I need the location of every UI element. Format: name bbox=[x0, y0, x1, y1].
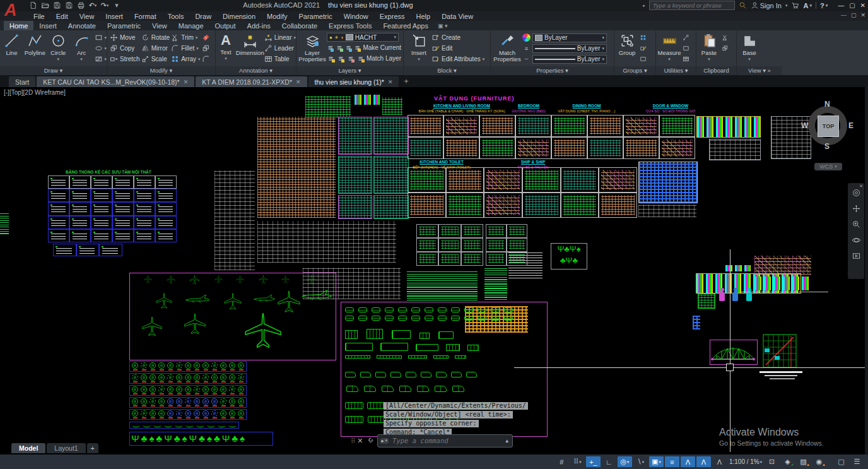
menu-file[interactable]: File bbox=[28, 13, 50, 20]
tool-move[interactable]: Move bbox=[110, 33, 140, 42]
clean-screen-icon[interactable]: ▢ bbox=[834, 456, 848, 467]
showmotion-icon[interactable] bbox=[852, 251, 861, 261]
lineweight-dropdown[interactable]: ByLayer▾ bbox=[532, 44, 607, 53]
menu-window[interactable]: Window bbox=[338, 13, 374, 20]
search-icon[interactable] bbox=[739, 1, 747, 9]
annotation-scale-value[interactable]: 1:100 / 1%▾ bbox=[728, 456, 763, 467]
block-create-button[interactable]: Create bbox=[431, 33, 484, 42]
pan-icon[interactable] bbox=[852, 204, 861, 213]
match-properties-button[interactable]: Match Properties bbox=[492, 30, 522, 62]
lineweight-icon[interactable]: ≡ bbox=[665, 456, 679, 467]
menu-format[interactable]: Format bbox=[129, 13, 162, 20]
tab-manage[interactable]: Manage bbox=[173, 21, 209, 30]
block-edit-button[interactable]: Edit bbox=[431, 44, 484, 53]
viewport-controls[interactable]: [-][Top][2D Wireframe] bbox=[4, 89, 66, 96]
tab-home[interactable]: Home bbox=[4, 21, 33, 30]
wcs-dropdown[interactable]: WCS▾ bbox=[814, 163, 842, 170]
menu-modify[interactable]: Modify bbox=[261, 13, 293, 20]
object-snap-icon[interactable]: ▣▾ bbox=[649, 456, 664, 467]
minimize-button[interactable]: — bbox=[838, 2, 844, 9]
tool-ellipse[interactable]: ▾ bbox=[95, 44, 107, 53]
group-select-button[interactable] bbox=[640, 54, 647, 64]
menu-parametric[interactable]: Parametric bbox=[293, 13, 337, 20]
tab-annotate[interactable]: Annotate bbox=[62, 21, 102, 30]
tool-dimension[interactable]: Dimension bbox=[236, 30, 264, 56]
tab-close-icon[interactable]: ✕ bbox=[388, 79, 393, 85]
measure-button[interactable]: Measure▾ bbox=[656, 30, 683, 62]
match-layer-button[interactable]: ≣ ≣ ≣ ≣ Match Layer bbox=[327, 54, 401, 63]
ungroup-button[interactable] bbox=[640, 33, 647, 42]
panel-label-clipboard[interactable]: Clipboard bbox=[696, 66, 736, 75]
doc-minimize-button[interactable]: — bbox=[841, 12, 847, 18]
menu-edit[interactable]: Edit bbox=[50, 13, 74, 20]
menu-help[interactable]: Help bbox=[411, 13, 437, 20]
dropdown-caret-icon[interactable]: ▾ bbox=[627, 460, 629, 465]
tab-close-icon[interactable]: ✕ bbox=[184, 79, 189, 85]
panel-label-view[interactable]: View ▾ » bbox=[737, 66, 782, 75]
annotation-visibility-icon[interactable]: Λ bbox=[681, 456, 695, 467]
orbit-icon[interactable] bbox=[852, 235, 861, 245]
group-button[interactable]: Group bbox=[614, 30, 640, 56]
panel-label-block[interactable]: Block ▾ bbox=[404, 66, 490, 75]
new-tab-button[interactable]: + bbox=[404, 77, 408, 87]
menu-dimension[interactable]: Dimension bbox=[217, 13, 261, 20]
menu-insert[interactable]: Insert bbox=[100, 13, 129, 20]
layer-isolate-icon[interactable]: ≣ bbox=[327, 54, 335, 62]
canvas-scrollbar[interactable] bbox=[865, 87, 868, 454]
tool-erase[interactable] bbox=[202, 33, 210, 42]
dropdown-caret-icon[interactable]: ▾ bbox=[579, 460, 581, 465]
group-edit-button[interactable] bbox=[640, 44, 647, 53]
tab-output[interactable]: Output bbox=[209, 21, 242, 30]
file-tab[interactable]: KET CAU CAI TAO KS...M_RevOK(09-10-18)*✕ bbox=[37, 76, 194, 87]
panel-label-annotation[interactable]: Annotation ▾ bbox=[216, 66, 296, 75]
isometric-drafting-icon[interactable]: ∖▾ bbox=[633, 456, 648, 467]
panel-label-properties[interactable]: Properties ▾ bbox=[491, 66, 614, 75]
tab-close-icon[interactable]: ✕ bbox=[296, 79, 301, 85]
layer-properties-button[interactable]: Layer Properties bbox=[298, 30, 327, 62]
command-customize-icon[interactable] bbox=[367, 435, 374, 446]
annotation-autoscale-icon[interactable]: Λ bbox=[696, 456, 711, 467]
tool-explode[interactable] bbox=[202, 44, 210, 53]
search-input[interactable] bbox=[652, 1, 732, 9]
ortho-mode-icon[interactable]: ∟ bbox=[602, 456, 616, 467]
file-tab[interactable]: KT A DIEM 2018.09.21-XPXD*✕ bbox=[196, 76, 307, 87]
panel-label-layers[interactable]: Layers ▾ bbox=[296, 66, 403, 75]
sign-in-caret-icon[interactable]: ▾ bbox=[785, 3, 788, 8]
tool-offset[interactable] bbox=[202, 54, 210, 64]
polar-tracking-icon[interactable]: ◎▾ bbox=[618, 456, 632, 467]
tab-add-ins[interactable]: Add-ins bbox=[242, 21, 276, 30]
layer-unisolate-icon[interactable]: ≣ bbox=[337, 54, 345, 62]
tool-linear[interactable]: Linear ▾ bbox=[264, 33, 296, 42]
search-expand-icon[interactable]: ▸ bbox=[643, 3, 645, 8]
restore-button[interactable]: ▢ bbox=[849, 2, 855, 9]
panel-label-draw[interactable]: Draw ▾ bbox=[0, 66, 107, 75]
layout-tab-model[interactable]: Model bbox=[11, 443, 45, 453]
command-input[interactable] bbox=[391, 436, 502, 445]
tab-parametric[interactable]: Parametric bbox=[102, 21, 146, 30]
base-view-button[interactable]: Base▾ bbox=[737, 30, 762, 62]
quick-calc-button[interactable] bbox=[683, 54, 689, 64]
autodesk-a-icon[interactable]: A▾ bbox=[803, 2, 811, 9]
layer-dropdown[interactable]: ● ☀ ◖ HACHT ▾ bbox=[327, 33, 399, 42]
doc-close-button[interactable]: ✕ bbox=[860, 12, 865, 18]
ribbon-options-icon[interactable]: ▣ ▾ bbox=[434, 21, 452, 30]
color-dropdown[interactable]: ByLayer▾ bbox=[532, 33, 607, 42]
viewcube-north[interactable]: N bbox=[824, 100, 830, 109]
viewcube[interactable]: N S W E TOP bbox=[804, 102, 852, 150]
tab-collaborate[interactable]: Collaborate bbox=[276, 21, 323, 30]
steering-wheel-icon[interactable] bbox=[852, 188, 861, 198]
isolate-objects-icon[interactable]: ◉▲ bbox=[812, 456, 826, 467]
tool-arc[interactable]: Arc▾ bbox=[70, 30, 93, 62]
tool-array[interactable]: Array▾ bbox=[171, 54, 200, 64]
id-point-button[interactable] bbox=[683, 33, 689, 42]
dropdown-caret-icon[interactable]: ▾ bbox=[659, 460, 660, 465]
layer-lock-icon[interactable]: ≣ bbox=[345, 44, 352, 52]
close-button[interactable]: ✕ bbox=[860, 2, 865, 9]
graphics-performance-icon[interactable]: ▨▲ bbox=[796, 456, 811, 467]
zoom-icon[interactable] bbox=[852, 220, 861, 229]
copy-clip-button[interactable] bbox=[722, 44, 729, 53]
tool-hatch[interactable]: ▾ bbox=[95, 54, 107, 64]
snap-mode-icon[interactable]: ⠿▾ bbox=[570, 456, 585, 467]
command-expand-icon[interactable]: ▲ bbox=[505, 438, 510, 444]
annotation-monitor-icon[interactable]: ◈✓ bbox=[780, 456, 795, 467]
